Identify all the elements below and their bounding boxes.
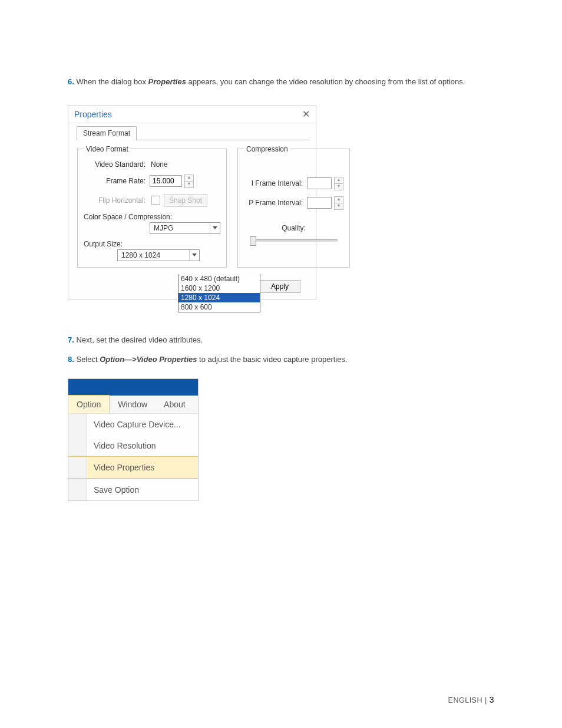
properties-dialog: Properties ✕ Stream Format Video Format … xyxy=(68,106,316,299)
footer-lang: ENGLISH xyxy=(448,696,482,704)
video-standard-value: None xyxy=(150,160,168,169)
step-7: 7. Next, set the desired video attribute… xyxy=(68,335,494,346)
step-number: 6. xyxy=(68,77,74,86)
menu-item-icon xyxy=(68,457,87,478)
step-number: 7. xyxy=(68,335,74,344)
close-icon[interactable]: ✕ xyxy=(302,110,310,119)
menu-item-capture[interactable]: Video Capture Device... xyxy=(68,414,198,435)
snap-shot-button[interactable]: Snap Shot xyxy=(164,194,207,207)
window-titlebar xyxy=(68,379,198,396)
menu-item-properties[interactable]: Video Properties xyxy=(68,456,198,479)
video-standard-label: Video Standard: xyxy=(84,160,150,169)
step-text-pre: Select xyxy=(74,355,100,364)
group-compression: Compression I Frame Interval: ▲ ▼ P Fram xyxy=(237,145,350,268)
menu-item-save[interactable]: Save Option xyxy=(68,479,198,500)
output-size-label: Output Size: xyxy=(84,240,127,248)
tab-stream-format[interactable]: Stream Format xyxy=(77,126,137,140)
footer-sep: | xyxy=(482,696,490,704)
step-text-post: to adjust the basic video capture proper… xyxy=(197,355,348,364)
color-space-label: Color Space / Compression: xyxy=(84,213,176,221)
frame-rate-spinner[interactable]: ▲ ▼ xyxy=(184,174,194,188)
output-size-options: 640 x 480 (default) 1600 x 1200 1280 x 1… xyxy=(178,274,260,312)
output-size-option[interactable]: 640 x 480 (default) xyxy=(178,274,260,284)
menu-about[interactable]: About xyxy=(156,396,194,413)
step-bold: Option—>Video Properties xyxy=(100,355,197,364)
chevron-up-icon[interactable]: ▲ xyxy=(184,174,194,182)
menu-item-icon xyxy=(68,479,87,500)
color-space-value: MJPG xyxy=(154,224,173,232)
color-space-select[interactable]: MJPG xyxy=(150,222,220,234)
i-frame-label: I Frame Interval: xyxy=(244,179,307,187)
chevron-down-icon[interactable]: ▼ xyxy=(184,182,194,188)
chevron-down-icon[interactable]: ▼ xyxy=(334,184,343,190)
apply-button[interactable]: Apply xyxy=(259,280,300,293)
chevron-up-icon[interactable]: ▲ xyxy=(334,177,343,184)
group-compression-legend: Compression xyxy=(244,145,290,153)
output-size-option[interactable]: 1280 x 1024 xyxy=(178,293,260,302)
dialog-body: Stream Format Video Format Video Standar… xyxy=(68,123,316,299)
quality-label: Quality: xyxy=(250,224,338,232)
dialog-titlebar: Properties ✕ xyxy=(68,106,316,123)
chevron-down-icon[interactable] xyxy=(210,223,220,233)
menu-dropdown: Video Capture Device... Video Resolution… xyxy=(68,414,198,500)
p-frame-label: P Frame Interval: xyxy=(244,199,307,207)
dialog-title: Properties xyxy=(74,110,112,119)
output-size-select[interactable]: 1280 x 1024 xyxy=(117,249,200,261)
output-size-option[interactable]: 1600 x 1200 xyxy=(178,284,260,293)
quality-slider[interactable] xyxy=(250,236,338,245)
menu-window[interactable]: Window xyxy=(110,396,156,413)
step-text: Next, set the desired video attributes. xyxy=(74,335,203,344)
step-text-post: appears, you can change the video resolu… xyxy=(186,77,465,86)
step-8: 8. Select Option—>Video Properties to ad… xyxy=(68,354,494,365)
page-footer: ENGLISH | 3 xyxy=(448,695,494,704)
p-frame-input[interactable] xyxy=(307,197,332,209)
i-frame-input[interactable] xyxy=(307,177,332,189)
frame-rate-input[interactable] xyxy=(150,175,182,187)
menu-item-icon xyxy=(68,414,87,435)
group-video-format: Video Format Video Standard: None Frame … xyxy=(77,145,227,268)
chevron-down-icon[interactable]: ▼ xyxy=(334,203,343,210)
chevron-up-icon[interactable]: ▲ xyxy=(334,196,343,203)
p-frame-spinner[interactable]: ▲ ▼ xyxy=(334,196,343,210)
menu-item-icon xyxy=(68,435,87,456)
i-frame-spinner[interactable]: ▲ ▼ xyxy=(334,177,343,190)
step-text-pre: When the dialog box xyxy=(74,77,148,86)
step-bold: Properties xyxy=(148,77,186,86)
footer-page: 3 xyxy=(490,695,494,704)
chevron-down-icon[interactable] xyxy=(189,250,199,261)
flip-horizontal-label: Flip Horizontal: xyxy=(84,196,150,205)
menu-item-resolution[interactable]: Video Resolution xyxy=(68,435,198,456)
flip-horizontal-checkbox[interactable] xyxy=(151,196,160,205)
menu-bar: Option Window About xyxy=(68,396,198,414)
step-6: 6. When the dialog box Properties appear… xyxy=(68,77,494,88)
frame-rate-label: Frame Rate: xyxy=(84,177,150,185)
slider-thumb[interactable] xyxy=(250,236,256,246)
output-size-option[interactable]: 800 x 600 xyxy=(178,302,260,312)
option-menu-screenshot: Option Window About Video Capture Device… xyxy=(68,378,199,501)
step-number: 8. xyxy=(68,355,74,364)
output-size-value: 1280 x 1024 xyxy=(121,251,160,259)
group-video-format-legend: Video Format xyxy=(84,145,131,153)
menu-option[interactable]: Option xyxy=(68,395,110,413)
